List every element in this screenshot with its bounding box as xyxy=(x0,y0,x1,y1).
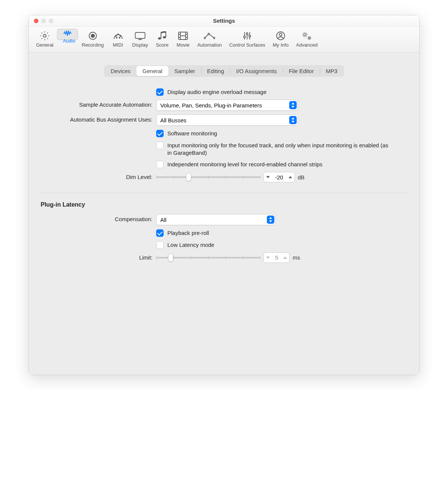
dim-level-value: -20 xyxy=(272,174,286,180)
toolbar-midi[interactable]: MIDI xyxy=(108,29,129,48)
select-value: All xyxy=(160,217,265,223)
toolbar-movie[interactable]: Movie xyxy=(173,29,193,48)
score-icon xyxy=(156,30,168,41)
chevron-down-icon[interactable] xyxy=(264,172,272,182)
toolbar-advanced[interactable]: Advanced xyxy=(292,29,321,48)
limit-stepper[interactable]: 5 xyxy=(264,252,290,263)
chevron-up-down-icon xyxy=(289,116,297,124)
svg-point-0 xyxy=(43,34,46,37)
chevron-down-icon[interactable] xyxy=(264,253,272,263)
tab-mp3[interactable]: MP3 xyxy=(320,66,343,76)
toolbar-label: General xyxy=(36,42,53,48)
sample-accurate-select[interactable]: Volume, Pan, Sends, Plug-in Parameters xyxy=(156,100,298,111)
titlebar[interactable]: Settings xyxy=(29,15,419,26)
toolbar-my-info[interactable]: My Info xyxy=(269,29,293,48)
divider xyxy=(41,193,407,193)
chevron-up-icon[interactable] xyxy=(286,172,294,182)
playback-preroll-checkbox[interactable] xyxy=(156,229,164,237)
overload-message-row[interactable]: Display audio engine overload message xyxy=(156,88,266,96)
focused-track-row[interactable]: Input monitoring only for the focused tr… xyxy=(156,141,391,157)
toolbar-automation[interactable]: Automation xyxy=(193,29,225,48)
svg-point-22 xyxy=(304,34,306,36)
independent-monitoring-checkbox[interactable] xyxy=(156,161,164,168)
dim-level-label: Dim Level: xyxy=(41,172,152,180)
playback-preroll-label: Playback pre-roll xyxy=(167,229,209,237)
chevron-up-down-icon xyxy=(289,101,297,109)
low-latency-label: Low Latency mode xyxy=(167,241,214,249)
tab-general[interactable]: General xyxy=(136,66,168,76)
overload-label: Display audio engine overload message xyxy=(167,88,266,96)
settings-form: Display audio engine overload message Sa… xyxy=(37,88,411,263)
independent-monitoring-label: Independent monitoring level for record-… xyxy=(167,160,322,168)
svg-point-18 xyxy=(246,33,248,35)
display-icon xyxy=(134,30,146,41)
svg-point-21 xyxy=(280,33,282,36)
tab-devices[interactable]: Devices xyxy=(105,66,136,76)
compensation-label: Compensation: xyxy=(41,214,152,222)
gears-icon xyxy=(300,30,313,41)
focused-track-label: Input monitoring only for the focused tr… xyxy=(167,141,391,157)
svg-point-19 xyxy=(249,35,251,37)
bus-assignment-select[interactable]: All Busses xyxy=(156,114,298,126)
low-latency-checkbox[interactable] xyxy=(156,241,164,249)
content-pane: Devices General Sampler Editing I/O Assi… xyxy=(29,53,419,375)
svg-rect-8 xyxy=(135,32,145,38)
playback-preroll-row[interactable]: Playback pre-roll xyxy=(156,229,209,237)
automation-icon xyxy=(203,30,216,41)
svg-point-9 xyxy=(158,37,161,40)
limit-value: 5 xyxy=(272,254,281,261)
software-monitoring-row[interactable]: Software monitoring xyxy=(156,129,217,137)
chevron-up-icon[interactable] xyxy=(281,253,289,263)
svg-point-16 xyxy=(214,37,215,39)
toolbar-control-surfaces[interactable]: Control Surfaces xyxy=(225,29,269,48)
plugin-latency-heading: Plug-in Latency xyxy=(41,200,407,210)
svg-point-3 xyxy=(117,34,119,35)
subtab-bar: Devices General Sampler Editing I/O Assi… xyxy=(104,65,344,77)
svg-point-4 xyxy=(115,35,116,37)
toolbar-label: Recording xyxy=(82,42,104,48)
tab-file-editor[interactable]: File Editor xyxy=(283,66,320,76)
chevron-up-down-icon xyxy=(267,216,274,224)
toolbar-recording[interactable]: Recording xyxy=(78,29,107,48)
software-monitoring-label: Software monitoring xyxy=(167,129,217,137)
tab-sampler[interactable]: Sampler xyxy=(168,66,201,76)
toolbar-label: Movie xyxy=(177,42,190,48)
svg-point-7 xyxy=(119,37,120,38)
window-title: Settings xyxy=(29,18,419,24)
bus-assignment-label: Automatic Bus Assignment Uses: xyxy=(41,114,152,123)
select-value: Volume, Pan, Sends, Plug-in Parameters xyxy=(160,102,287,109)
svg-point-17 xyxy=(244,36,246,38)
svg-point-23 xyxy=(309,37,310,39)
preferences-toolbar: General Audio Recording MIDI Display Sco… xyxy=(29,26,419,53)
audio-icon xyxy=(63,29,75,37)
settings-window: Settings General Audio Recording MIDI Di… xyxy=(28,15,420,375)
svg-point-10 xyxy=(163,36,166,38)
toolbar-label: Advanced xyxy=(296,42,318,48)
toolbar-general[interactable]: General xyxy=(32,29,57,48)
toolbar-label: Automation xyxy=(197,42,222,48)
toolbar-audio[interactable]: Audio xyxy=(57,29,78,40)
limit-label: Limit: xyxy=(41,252,152,261)
tab-editing[interactable]: Editing xyxy=(201,66,230,76)
compensation-select[interactable]: All xyxy=(156,214,275,225)
toolbar-label: Audio xyxy=(63,38,75,44)
dim-level-stepper[interactable]: -20 xyxy=(264,172,295,182)
low-latency-row[interactable]: Low Latency mode xyxy=(156,241,214,249)
toolbar-label: My Info xyxy=(273,42,289,48)
software-monitoring-checkbox[interactable] xyxy=(156,130,164,137)
movie-icon xyxy=(177,30,189,41)
toolbar-display[interactable]: Display xyxy=(129,29,152,48)
tab-io-assignments[interactable]: I/O Assignments xyxy=(230,66,283,76)
limit-slider[interactable] xyxy=(156,254,261,262)
svg-point-6 xyxy=(116,37,117,38)
sample-accurate-label: Sample Accurate Automation: xyxy=(41,100,152,108)
sliders-icon xyxy=(241,30,253,41)
dim-level-slider[interactable] xyxy=(156,173,261,181)
toolbar-score[interactable]: Score xyxy=(152,29,173,48)
overload-checkbox[interactable] xyxy=(156,88,164,96)
independent-monitoring-row[interactable]: Independent monitoring level for record-… xyxy=(156,160,322,168)
focused-track-checkbox[interactable] xyxy=(156,142,164,149)
record-icon xyxy=(86,30,99,41)
toolbar-label: Display xyxy=(132,42,148,48)
toolbar-label: Score xyxy=(156,42,168,48)
